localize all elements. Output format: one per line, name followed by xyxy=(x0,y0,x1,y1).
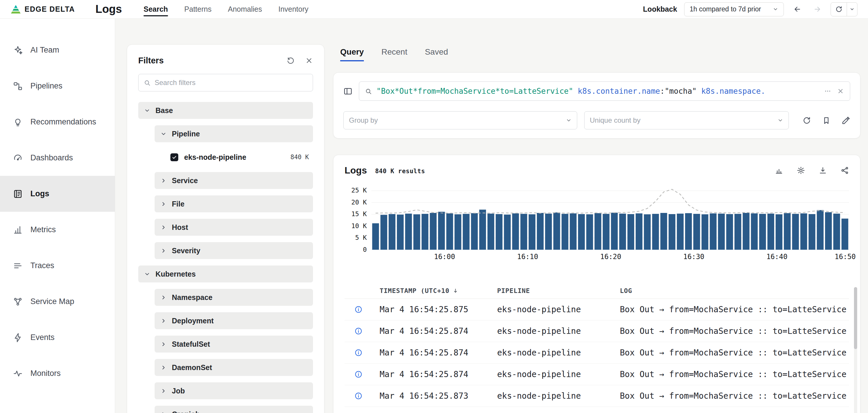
row-timestamp: Mar 4 16:54:25.874 xyxy=(380,370,497,379)
tab-patterns[interactable]: Patterns xyxy=(184,0,212,19)
filter-group-pipeline[interactable]: Pipeline xyxy=(155,125,313,142)
sort-descending-icon[interactable] xyxy=(453,288,459,294)
y-axis-label: 10 K xyxy=(351,223,367,229)
sidebar-item-traces[interactable]: Traces xyxy=(0,248,115,284)
info-icon[interactable] xyxy=(354,306,363,313)
histogram-toggle-icon[interactable] xyxy=(775,166,783,174)
filter-group-deployment[interactable]: Deployment xyxy=(155,312,313,329)
table-scrollbar-track[interactable] xyxy=(854,287,857,413)
histogram-bar xyxy=(602,214,609,250)
table-row[interactable]: Mar 4 16:54:25.874 eks-node-pipeline Box… xyxy=(345,363,849,385)
gear-icon[interactable] xyxy=(797,166,805,174)
filter-group-job[interactable]: Job xyxy=(155,382,313,399)
recommendations-icon xyxy=(13,117,23,127)
x-axis-label: 16:20 xyxy=(600,253,621,261)
filter-group-service[interactable]: Service xyxy=(155,172,313,189)
sidebar-item-events[interactable]: Events xyxy=(0,320,115,355)
run-query-refresh-icon[interactable] xyxy=(803,116,811,125)
filter-group-severity[interactable]: Severity xyxy=(155,242,313,259)
histogram-bar xyxy=(743,213,749,250)
filter-group-label: DaemonSet xyxy=(172,363,212,372)
filters-search-box[interactable] xyxy=(138,74,313,91)
header-pipeline: PIPELINE xyxy=(497,287,620,294)
tab-search[interactable]: Search xyxy=(144,0,168,19)
filter-group-base[interactable]: Base xyxy=(138,102,313,119)
histogram-bar xyxy=(471,213,478,250)
histogram-bar xyxy=(422,214,429,250)
tab-inventory[interactable]: Inventory xyxy=(278,0,308,19)
sidebar-item-dashboards[interactable]: Dashboards xyxy=(0,140,115,176)
filter-group-daemonset[interactable]: DaemonSet xyxy=(155,359,313,376)
query-text: "Box*Out*from=MochaService*to=LatteServi… xyxy=(376,87,819,96)
sidebar-item-label: Pipelines xyxy=(30,82,63,91)
more-options-icon[interactable] xyxy=(824,88,831,95)
refresh-options-button[interactable] xyxy=(847,3,857,16)
lookback-select[interactable]: 1h compared to 7d prior xyxy=(684,2,784,17)
filter-group-label: Host xyxy=(172,223,188,232)
checkbox-checked[interactable] xyxy=(170,153,178,161)
info-icon[interactable] xyxy=(354,370,363,378)
history-forward-button[interactable] xyxy=(811,3,824,16)
filter-group-kubernetes[interactable]: Kubernetes xyxy=(138,265,313,282)
gauge-icon xyxy=(13,153,23,163)
filters-search-input[interactable] xyxy=(155,78,307,87)
row-log: Box Out → from=MochaService :: to=LatteS… xyxy=(620,326,849,336)
tab-query[interactable]: Query xyxy=(340,47,364,61)
table-row[interactable]: Mar 4 16:54:25.874 eks-node-pipeline Box… xyxy=(345,320,849,342)
sidebar-toggle-icon[interactable] xyxy=(343,87,352,96)
filter-group-namespace[interactable]: Namespace xyxy=(155,289,313,306)
sidebar-item-pipelines[interactable]: Pipelines xyxy=(0,68,115,104)
x-axis-label: 16:40 xyxy=(766,253,787,261)
edge-delta-logo[interactable]: EDGE DELTA xyxy=(10,5,75,14)
tab-anomalies[interactable]: Anomalies xyxy=(228,0,262,19)
sidebar-item-monitors[interactable]: Monitors xyxy=(0,355,115,391)
info-icon[interactable] xyxy=(354,349,363,357)
share-icon[interactable] xyxy=(840,166,849,174)
close-filters-icon[interactable] xyxy=(305,57,313,65)
histogram-bar xyxy=(545,214,552,250)
sidebar-item-recommendations[interactable]: Recommendations xyxy=(0,104,115,140)
histogram-plot xyxy=(371,188,849,250)
tab-saved[interactable]: Saved xyxy=(425,47,448,61)
row-pipeline: eks-node-pipeline xyxy=(497,326,620,336)
histogram-bar xyxy=(619,214,626,250)
chevron-down-icon xyxy=(849,7,855,12)
header-timestamp[interactable]: TIMESTAMP (UTC+10 xyxy=(380,287,497,294)
chevron-right-icon xyxy=(160,411,166,413)
filter-item-eks-node-pipeline[interactable]: eks-node-pipeline 840 K xyxy=(163,149,313,166)
row-log: Box Out → from=MochaService :: to=LatteS… xyxy=(620,305,849,314)
histogram-bar xyxy=(710,214,717,250)
clear-query-icon[interactable] xyxy=(837,88,844,95)
sidebar-item-label: Service Map xyxy=(30,297,74,306)
tab-recent[interactable]: Recent xyxy=(381,47,407,61)
filter-group-file[interactable]: File xyxy=(155,195,313,212)
table-row[interactable]: Mar 4 16:54:25.875 eks-node-pipeline Box… xyxy=(345,299,849,320)
table-row[interactable]: Mar 4 16:54:25.874 eks-node-pipeline Box… xyxy=(345,342,849,363)
query-segment: : xyxy=(660,87,665,96)
sidebar-item-logs[interactable]: Logs xyxy=(0,176,115,212)
info-icon[interactable] xyxy=(354,327,363,335)
history-back-button[interactable] xyxy=(791,3,804,16)
refresh-button[interactable] xyxy=(831,3,847,16)
group-by-select[interactable]: Group by xyxy=(343,111,577,129)
sidebar-item-metrics[interactable]: Metrics xyxy=(0,212,115,248)
download-icon[interactable] xyxy=(818,166,827,174)
y-axis-label: 5 K xyxy=(355,234,367,241)
info-icon[interactable] xyxy=(354,392,363,400)
table-scrollbar-thumb[interactable] xyxy=(854,287,857,349)
filter-group-statefulset[interactable]: StatefulSet xyxy=(155,336,313,353)
unique-count-by-select[interactable]: Unique count by xyxy=(584,111,789,129)
reset-filters-icon[interactable] xyxy=(287,57,294,65)
filter-group-host[interactable]: Host xyxy=(155,219,313,236)
histogram-bar xyxy=(537,213,544,250)
brand-name: EDGE DELTA xyxy=(25,5,75,13)
filter-group-cronjob[interactable]: Cronjob xyxy=(155,406,313,413)
histogram-bar xyxy=(463,214,469,250)
query-input[interactable]: "Box*Out*from=MochaService*to=LatteServi… xyxy=(359,82,850,101)
query-tabs: Query Recent Saved xyxy=(340,47,448,61)
bookmark-icon[interactable] xyxy=(822,116,831,125)
sidebar-item-service-map[interactable]: Service Map xyxy=(0,284,115,320)
sidebar-item-ai-team[interactable]: AI Team xyxy=(0,32,115,68)
table-row[interactable]: Mar 4 16:54:25.873 eks-node-pipeline Box… xyxy=(345,385,849,407)
save-query-icon[interactable] xyxy=(842,116,850,125)
